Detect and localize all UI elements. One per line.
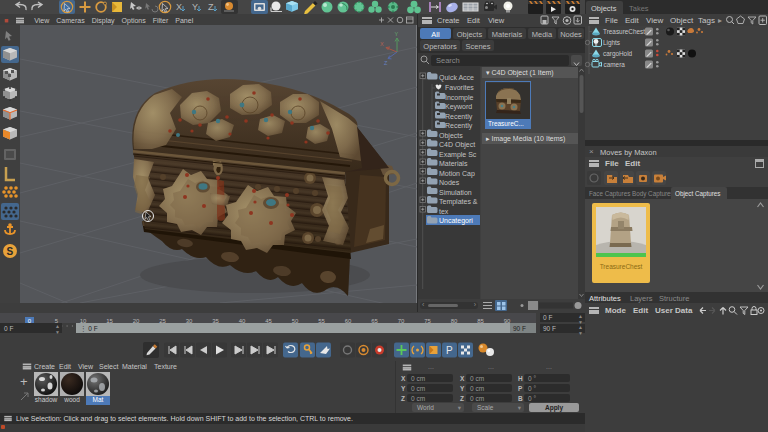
svg-text:Keyword: Keyword xyxy=(445,103,472,111)
svg-text:X: X xyxy=(380,41,384,47)
svg-text:Incomple: Incomple xyxy=(445,94,474,102)
svg-text:Materials: Materials xyxy=(439,160,468,167)
svg-text:Example Sc: Example Sc xyxy=(439,151,477,159)
svg-text:tex: tex xyxy=(439,208,449,215)
svg-text:S: S xyxy=(7,246,14,257)
svg-text:C4D Object: C4D Object xyxy=(439,141,475,149)
svg-text:Z: Z xyxy=(384,60,388,66)
svg-text:TreasureChest: TreasureChest xyxy=(603,28,645,35)
svg-text:Lights: Lights xyxy=(603,39,620,47)
svg-text:Uncategori: Uncategori xyxy=(439,217,473,225)
svg-text:Simulation: Simulation xyxy=(439,189,472,196)
svg-text:P: P xyxy=(446,345,453,356)
svg-text:Nodes: Nodes xyxy=(439,179,460,186)
svg-text:Z: Z xyxy=(208,2,214,12)
svg-text:cargoHold: cargoHold xyxy=(603,50,633,58)
svg-text:Templates &: Templates & xyxy=(439,198,478,206)
svg-text:Y: Y xyxy=(395,31,399,37)
svg-text:Y: Y xyxy=(192,2,198,12)
svg-text:X: X xyxy=(176,2,182,12)
svg-text:camera: camera xyxy=(604,61,626,68)
svg-text:Recently: Recently xyxy=(445,122,473,130)
svg-text:Motion Cap: Motion Cap xyxy=(439,170,475,178)
svg-text:Recently: Recently xyxy=(445,113,473,121)
svg-text:Quick Acce: Quick Acce xyxy=(439,74,474,82)
svg-text:Objects: Objects xyxy=(439,132,463,140)
svg-text:Favorites: Favorites xyxy=(445,84,474,91)
